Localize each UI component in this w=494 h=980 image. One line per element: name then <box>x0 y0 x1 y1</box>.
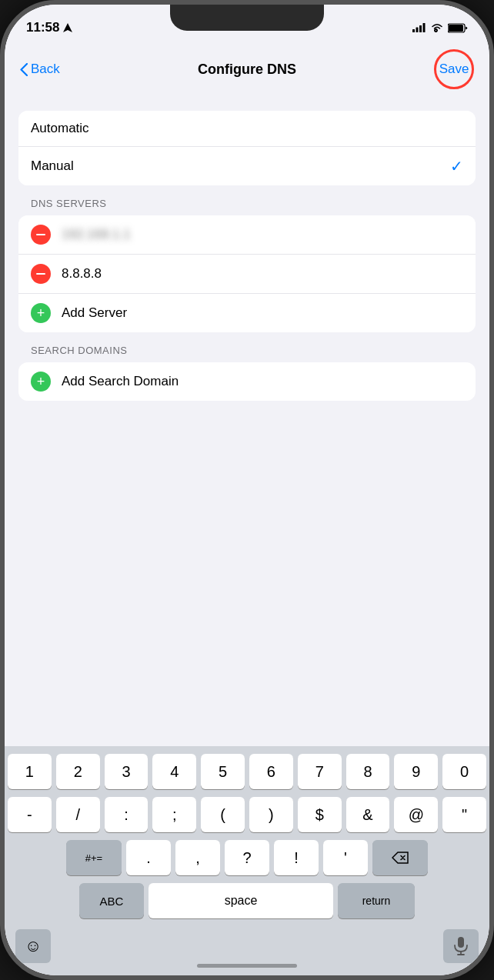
mic-button[interactable] <box>443 929 479 963</box>
location-icon <box>63 23 72 32</box>
delete-key[interactable] <box>372 840 428 875</box>
page-title: Configure DNS <box>198 62 296 78</box>
add-server-button[interactable] <box>31 303 51 323</box>
dns-server-item-2[interactable]: 8.8.8.8 <box>18 255 476 294</box>
key-closeparen[interactable]: ) <box>249 797 293 832</box>
space-key[interactable]: space <box>149 883 333 918</box>
manual-option[interactable]: Manual ✓ <box>18 147 476 185</box>
svg-rect-0 <box>412 29 415 32</box>
add-search-domain-label: Add Search Domain <box>62 374 179 389</box>
key-openparen[interactable]: ( <box>201 797 245 832</box>
key-8[interactable]: 8 <box>346 754 390 789</box>
delete-icon <box>392 852 409 864</box>
time-display: 11:58 <box>26 20 59 35</box>
manual-label: Manual <box>31 158 74 174</box>
key-hashtag[interactable]: #+= <box>66 840 122 875</box>
dns-server-item-1[interactable]: 192.168.1.1 <box>18 215 476 255</box>
key-9[interactable]: 9 <box>394 754 438 789</box>
remove-server-1-button[interactable] <box>31 225 51 245</box>
svg-rect-1 <box>416 28 419 33</box>
key-period[interactable]: . <box>126 840 171 875</box>
key-7[interactable]: 7 <box>298 754 342 789</box>
selected-checkmark: ✓ <box>450 157 463 175</box>
dns-server-2-ip: 8.8.8.8 <box>62 266 102 282</box>
phone-frame: 11:58 <box>0 0 494 980</box>
key-colon[interactable]: : <box>105 797 149 832</box>
back-button[interactable]: Back <box>20 62 60 77</box>
dns-servers-group: 192.168.1.1 8.8.8.8 Add Server <box>18 215 476 332</box>
wifi-icon <box>431 23 443 32</box>
status-icons <box>412 23 468 33</box>
add-search-domain-button[interactable] <box>31 372 51 392</box>
key-comma[interactable]: , <box>175 840 220 875</box>
status-time: 11:58 <box>26 20 72 35</box>
remove-server-2-button[interactable] <box>31 264 51 284</box>
key-slash[interactable]: / <box>56 797 100 832</box>
notch <box>170 5 324 31</box>
keyboard-row-bottom: ABC space return <box>8 883 486 918</box>
svg-rect-3 <box>423 23 426 32</box>
signal-icon <box>412 23 426 32</box>
automatic-option[interactable]: Automatic <box>18 111 476 147</box>
key-quote[interactable]: " <box>442 797 486 832</box>
key-at[interactable]: @ <box>394 797 438 832</box>
add-server-item[interactable]: Add Server <box>18 294 476 332</box>
key-dash[interactable]: - <box>8 797 52 832</box>
search-domains-group: Add Search Domain <box>18 362 476 401</box>
key-question[interactable]: ? <box>225 840 269 875</box>
content-area: Automatic Manual ✓ DNS SERVERS 192.168.1… <box>5 98 489 407</box>
chevron-left-icon <box>20 63 28 76</box>
mic-icon <box>454 937 468 955</box>
key-0[interactable]: 0 <box>442 754 486 789</box>
add-search-domain-item[interactable]: Add Search Domain <box>18 362 476 401</box>
key-3[interactable]: 3 <box>105 754 149 789</box>
key-4[interactable]: 4 <box>152 754 196 789</box>
key-dollar[interactable]: $ <box>298 797 342 832</box>
key-6[interactable]: 6 <box>249 754 293 789</box>
dns-mode-group: Automatic Manual ✓ <box>18 111 476 185</box>
phone-screen: 11:58 <box>5 5 489 975</box>
key-apostrophe[interactable]: ' <box>323 840 368 875</box>
key-ampersand[interactable]: & <box>346 797 390 832</box>
battery-icon <box>448 23 468 33</box>
key-exclaim[interactable]: ! <box>274 840 319 875</box>
save-button[interactable]: Save <box>434 49 474 89</box>
svg-rect-2 <box>419 25 422 32</box>
home-indicator <box>197 964 297 968</box>
emoji-button[interactable]: ☺ <box>15 929 51 963</box>
keyboard-row-symbols: - / : ; ( ) $ & @ " <box>8 797 486 832</box>
svg-rect-6 <box>458 937 464 948</box>
dns-servers-header: DNS SERVERS <box>5 185 489 215</box>
key-semicolon[interactable]: ; <box>152 797 196 832</box>
svg-rect-5 <box>449 25 463 32</box>
return-key[interactable]: return <box>338 883 415 918</box>
automatic-label: Automatic <box>31 121 89 136</box>
key-5[interactable]: 5 <box>201 754 245 789</box>
keyboard: 1 2 3 4 5 6 7 8 9 0 - / : ; ( ) $ & <box>5 746 489 975</box>
dns-server-1-ip: 192.168.1.1 <box>62 227 131 242</box>
save-label: Save <box>439 62 469 77</box>
keyboard-row-special: #+= . , ? ! ' <box>8 840 486 875</box>
search-domains-header: SEARCH DOMAINS <box>5 332 489 362</box>
key-2[interactable]: 2 <box>56 754 100 789</box>
add-server-label: Add Server <box>62 305 127 321</box>
abc-key[interactable]: ABC <box>79 883 144 918</box>
nav-bar: Back Configure DNS Save <box>5 43 489 98</box>
key-1[interactable]: 1 <box>8 754 52 789</box>
back-label: Back <box>31 62 60 77</box>
keyboard-row-numbers: 1 2 3 4 5 6 7 8 9 0 <box>8 754 486 789</box>
